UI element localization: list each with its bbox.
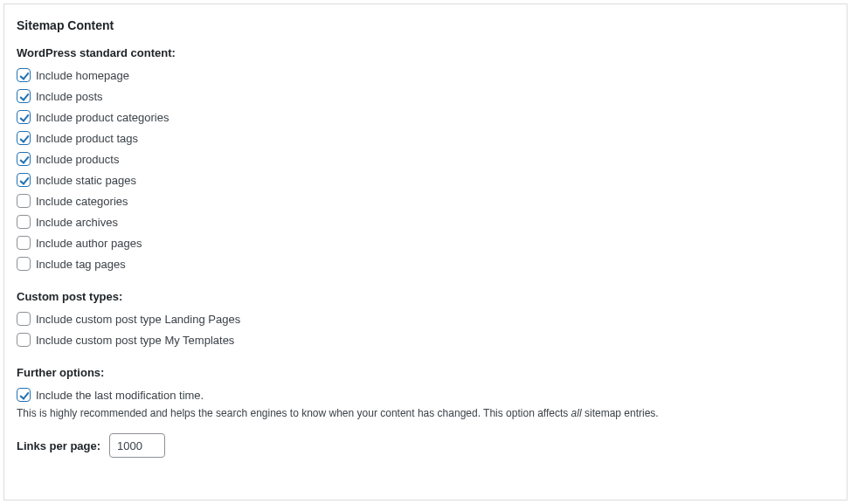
checkbox-include-archives[interactable] [17,215,31,229]
label-cpt-landing-pages[interactable]: Include custom post type Landing Pages [36,313,240,326]
checkbox-include-posts[interactable] [17,89,31,103]
label-modtime[interactable]: Include the last modification time. [36,389,204,402]
checkbox-modtime[interactable] [17,388,31,402]
modtime-desc-em: all [571,407,582,419]
option-include-homepage: Include homepage [17,65,834,86]
label-include-product-categories[interactable]: Include product categories [36,111,169,124]
label-cpt-my-templates[interactable]: Include custom post type My Templates [36,334,234,347]
label-include-product-tags[interactable]: Include product tags [36,132,138,145]
sitemap-content-panel: Sitemap Content WordPress standard conte… [3,3,848,501]
checkbox-include-product-categories[interactable] [17,110,31,124]
checkbox-include-homepage[interactable] [17,68,31,82]
checkbox-cpt-landing-pages[interactable] [17,312,31,326]
label-include-author-pages[interactable]: Include author pages [36,237,142,250]
option-include-posts: Include posts [17,86,834,107]
option-include-static-pages: Include static pages [17,169,834,190]
panel-title: Sitemap Content [4,4,847,36]
checkbox-include-author-pages[interactable] [17,236,31,250]
label-include-tag-pages[interactable]: Include tag pages [36,258,126,271]
option-include-tag-pages: Include tag pages [17,253,834,274]
modtime-desc-after: sitemap entries. [582,407,659,419]
links-per-page-label: Links per page: [17,439,100,452]
standard-content-heading: WordPress standard content: [17,46,834,59]
option-modtime: Include the last modification time. [17,384,834,405]
links-per-page-input[interactable] [109,433,165,458]
checkbox-include-categories[interactable] [17,194,31,208]
checkbox-cpt-my-templates[interactable] [17,333,31,347]
label-include-archives[interactable]: Include archives [36,216,118,229]
checkbox-include-products[interactable] [17,152,31,166]
label-include-categories[interactable]: Include categories [36,195,128,208]
label-include-products[interactable]: Include products [36,153,119,166]
label-include-posts[interactable]: Include posts [36,90,103,103]
label-include-static-pages[interactable]: Include static pages [36,174,136,187]
option-cpt-my-templates: Include custom post type My Templates [17,329,834,350]
option-include-product-tags: Include product tags [17,128,834,148]
custom-post-types-heading: Custom post types: [17,290,834,303]
option-include-product-categories: Include product categories [17,107,834,128]
option-cpt-landing-pages: Include custom post type Landing Pages [17,308,834,329]
option-include-author-pages: Include author pages [17,232,834,253]
label-include-homepage[interactable]: Include homepage [36,69,129,82]
checkbox-include-tag-pages[interactable] [17,257,31,271]
checkbox-include-product-tags[interactable] [17,131,31,145]
modtime-description: This is highly recommended and helps the… [17,407,834,419]
option-include-categories: Include categories [17,190,834,211]
links-per-page-row: Links per page: [17,433,834,458]
option-include-products: Include products [17,148,834,169]
panel-body: WordPress standard content: Include home… [4,36,847,473]
checkbox-include-static-pages[interactable] [17,173,31,187]
modtime-desc-before: This is highly recommended and helps the… [17,407,571,419]
further-options-heading: Further options: [17,366,834,379]
option-include-archives: Include archives [17,211,834,232]
